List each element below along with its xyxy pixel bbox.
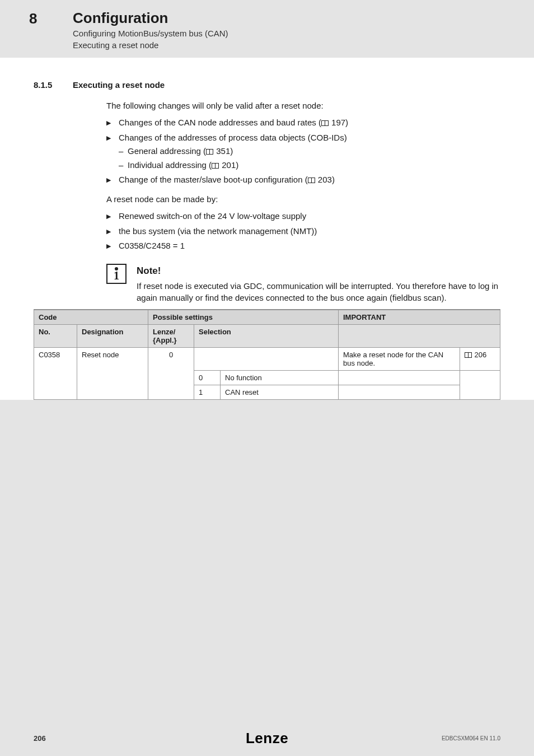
bullet-can-addresses: Changes of the CAN node addresses and ba… [106, 116, 500, 129]
cell-designation: Reset node [77, 348, 148, 400]
reset-intro-text: A reset node can be made by: [106, 193, 500, 206]
page-ref: 197) [321, 118, 348, 127]
page-ref: 206 [465, 351, 486, 359]
reset-methods-list: Renewed switch-on of the 24 V low-voltag… [106, 210, 500, 253]
book-icon [321, 120, 329, 126]
page-ref: 351) [206, 146, 233, 156]
cell-lenze: 0 [148, 348, 194, 400]
cell-selection-empty [194, 348, 339, 371]
cell-no: C0358 [34, 348, 77, 400]
bullet-renewed-switch: Renewed switch-on of the 24 V low-voltag… [106, 210, 500, 223]
note-text: If reset node is executed via GDC, commu… [137, 280, 500, 304]
doc-reference: EDBCSXM064 EN 11.0 [442, 735, 500, 741]
chapter-title: Configuration [73, 10, 228, 26]
code-table: Code Possible settings IMPORTANT No. Des… [34, 310, 500, 400]
bullet-master-slave: Change of the master/slave boot-up confi… [106, 174, 500, 186]
chapter-number: 8 [0, 10, 73, 27]
note-title: Note! [137, 264, 500, 278]
cell-sel1-text: CAN reset [221, 385, 339, 400]
cell-ref: 206 [460, 348, 500, 371]
lenze-logo: Lenze [246, 730, 288, 747]
intro-text: The following changes will only be valid… [106, 100, 500, 113]
th-important: IMPORTANT [339, 310, 500, 325]
chapter-subtitle-2: Executing a reset node [73, 40, 228, 50]
th-possible: Possible settings [148, 310, 339, 325]
bullet-text: Change of the master/slave boot-up confi… [119, 175, 308, 184]
book-icon [465, 352, 472, 358]
section-title: Executing a reset node [73, 80, 165, 90]
section-number: 8.1.5 [34, 80, 73, 90]
cell-sel0-code: 0 [194, 371, 221, 385]
page-ref-num: 351) [214, 146, 233, 156]
bullet-text: Changes of the CAN node addresses and ba… [119, 118, 321, 127]
th-no: No. [34, 325, 77, 348]
cell-empty [460, 371, 500, 400]
bullet-text: Changes of the addresses of process data… [119, 133, 347, 142]
th-important-empty [339, 325, 500, 348]
th-selection: Selection [194, 325, 339, 348]
changes-list: Changes of the CAN node addresses and ba… [106, 116, 500, 186]
cell-important: Make a reset node for the CAN bus node. [339, 348, 460, 371]
page-ref-num: 206 [472, 351, 486, 359]
chapter-subtitle-1: Configuring MotionBus/system bus (CAN) [73, 29, 228, 38]
page-ref: 201) [212, 160, 238, 170]
page-ref: 203) [308, 175, 335, 184]
dash-text: General addressing ( [128, 146, 206, 156]
note-block: 1 Note! If reset node is executed via GD… [106, 264, 500, 304]
bullet-nmt: the bus system (via the network manageme… [106, 225, 500, 238]
dash-text: Individual addressing ( [128, 160, 212, 170]
book-icon [308, 178, 315, 183]
section-heading: 8.1.5 Executing a reset node [34, 80, 500, 90]
cell-sel0-text: No function [221, 371, 339, 385]
th-code: Code [34, 310, 148, 325]
dash-individual-addressing: Individual addressing ( 201) [119, 159, 500, 172]
dash-general-addressing: General addressing ( 351) [119, 145, 500, 158]
cell-empty [339, 385, 460, 400]
info-icon: 1 [106, 264, 127, 284]
chapter-titles: Configuration Configuring MotionBus/syst… [73, 10, 228, 50]
page-footer: 206 Lenze EDBCSXM064 EN 11.0 [0, 734, 534, 743]
cell-sel1-code: 1 [194, 385, 221, 400]
page-ref-num: 203) [316, 175, 335, 184]
bullet-cob-ids: Changes of the addresses of process data… [106, 132, 500, 172]
page-ref-num: 201) [219, 160, 238, 170]
cell-empty [339, 371, 460, 385]
book-icon [206, 149, 213, 155]
bullet-c0358: C0358/C2458 = 1 [106, 240, 500, 253]
book-icon [212, 163, 219, 169]
th-designation: Designation [77, 325, 148, 348]
page-number: 206 [34, 734, 46, 743]
th-lenze: Lenze/ {Appl.} [148, 325, 194, 348]
chapter-header: 8 Configuration Configuring MotionBus/sy… [0, 0, 534, 58]
page-ref-num: 197) [329, 118, 348, 127]
